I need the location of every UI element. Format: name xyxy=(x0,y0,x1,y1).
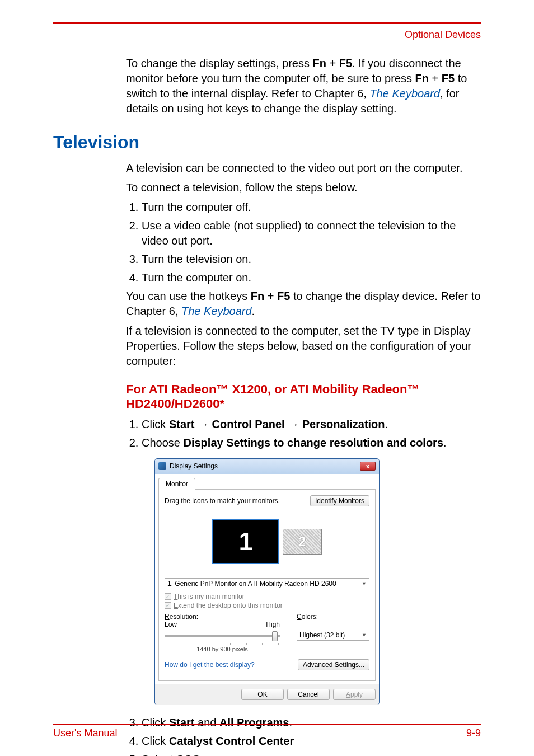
tv-para-4: If a television is connected to the comp… xyxy=(126,323,481,369)
keyboard-link-2[interactable]: The Keyboard xyxy=(181,305,252,317)
tab-monitor[interactable]: Monitor xyxy=(158,478,195,490)
tv-para-1: A television can be connected to the vid… xyxy=(126,161,481,176)
dialog-wrapper: Display Settings x Monitor Drag the icon… xyxy=(53,458,481,705)
ati-s5-c: . xyxy=(200,753,204,756)
dialog-titlebar[interactable]: Display Settings x xyxy=(155,459,379,473)
ati-s3-a: Click xyxy=(142,716,169,729)
key-f5-2: F5 xyxy=(442,72,455,84)
tv3-c: . xyxy=(252,305,255,317)
tv-steps-list: Turn the computer off. Use a video cable… xyxy=(126,200,481,285)
intro-text-1: To change the display settings, press xyxy=(126,57,313,69)
display-settings-dialog: Display Settings x Monitor Drag the icon… xyxy=(154,458,380,705)
key-fn-2: Fn xyxy=(415,72,429,84)
resolution-column: Resolution: Low High 1440 by 900 pixels xyxy=(165,613,280,652)
footer-rule xyxy=(53,724,481,725)
ati-step-1: Click Start → Control Panel → Personaliz… xyxy=(142,417,481,432)
resolution-colors-row: Resolution: Low High 1440 by 900 pixels xyxy=(165,613,369,652)
intro-paragraph: To change the display settings, press Fn… xyxy=(126,56,481,116)
ati-s4-a: Click xyxy=(142,735,169,747)
colors-combo[interactable]: Highest (32 bit) xyxy=(297,630,369,641)
ati-s1-dot: . xyxy=(385,418,388,430)
slider-thumb[interactable] xyxy=(272,631,278,641)
tab-strip: Monitor xyxy=(158,477,376,490)
page-content: To change the display settings, press Fn… xyxy=(53,56,481,756)
tv-step-1: Turn the computer off. xyxy=(142,200,481,215)
checkbox-icon-2: ✓ xyxy=(165,602,171,609)
footer-page-number: 9-9 xyxy=(466,727,481,739)
best-display-help-link[interactable]: How do I get the best display? xyxy=(165,661,255,669)
ati-s2-c: . xyxy=(443,436,447,449)
ok-button[interactable]: OK xyxy=(241,689,284,700)
ati-s4-b: Catalyst Control Center xyxy=(169,735,294,747)
drag-label: Drag the icons to match your monitors. xyxy=(165,497,280,505)
arrow-2: → xyxy=(285,418,302,430)
key-fn: Fn xyxy=(313,57,326,69)
slider-low-label: Low xyxy=(165,621,177,628)
heading-television: Television xyxy=(53,132,481,153)
keyboard-link-1[interactable]: The Keyboard xyxy=(369,87,440,100)
ati-s1-cp: Control Panel xyxy=(212,418,285,430)
ati-s3-all: All Programs xyxy=(219,716,289,729)
plus-1: + xyxy=(326,57,339,69)
ati-step-3: Click Start and All Programs. xyxy=(142,715,481,730)
resolution-label: Resolution: xyxy=(165,613,280,621)
ati-s2-b: Display Settings to change resolution an… xyxy=(184,436,444,449)
identify-monitors-button[interactable]: Identify Monitors xyxy=(310,495,369,506)
help-adv-row: How do I get the best display? Advanced … xyxy=(165,659,369,670)
monitor-2-icon[interactable]: 2 xyxy=(283,529,322,555)
tv-step-3: Turn the television on. xyxy=(142,252,481,267)
monitor-select-combo[interactable]: 1. Generic PnP Monitor on ATI Mobility R… xyxy=(165,578,369,589)
ati-step-5: Select CCC. xyxy=(142,752,481,756)
dialog-body: Monitor Drag the icons to match your mon… xyxy=(155,473,379,684)
extend-desktop-checkbox: ✓ Extend the desktop onto this monitor xyxy=(165,602,369,609)
heading-ati: For ATI Radeon™ X1200, or ATI Mobility R… xyxy=(126,382,481,411)
ati-s5-b: CCC xyxy=(176,753,200,756)
identify-text: dentify Monitors xyxy=(317,497,364,505)
close-icon[interactable]: x xyxy=(360,462,376,471)
ati-s1-pers: Personalization xyxy=(302,418,385,430)
resolution-slider[interactable] xyxy=(165,631,280,642)
checkbox-icon: ✓ xyxy=(165,593,171,600)
apply-button: Apply xyxy=(333,689,376,700)
ati-s3-start: Start xyxy=(169,716,195,729)
plus-2: + xyxy=(429,72,442,84)
drag-row: Drag the icons to match your monitors. I… xyxy=(165,495,369,506)
monitor-panel: Drag the icons to match your monitors. I… xyxy=(158,490,376,681)
key-f5: F5 xyxy=(339,57,352,69)
ati-s1-a: Click xyxy=(142,418,169,430)
colors-value: Highest (32 bit) xyxy=(299,631,345,639)
plus-3: + xyxy=(264,290,277,302)
ati-steps-2: Click Start and All Programs. Click Cata… xyxy=(126,715,481,756)
ati-step-4: Click Catalyst Control Center xyxy=(142,734,481,749)
colors-label: Colors: xyxy=(297,613,369,621)
colors-column: Colors: Highest (32 bit) xyxy=(297,613,369,652)
arrow-1: → xyxy=(194,418,212,430)
tv3-a: You can use the hotkeys xyxy=(126,290,251,302)
ati-s3-dot: . xyxy=(289,716,292,729)
header-rule xyxy=(53,22,481,24)
key-f5-3: F5 xyxy=(277,290,290,302)
dialog-title: Display Settings xyxy=(170,462,218,470)
monitor-select-value: 1. Generic PnP Monitor on ATI Mobility R… xyxy=(167,580,336,588)
main-monitor-checkbox: ✓ This is my main monitor xyxy=(165,593,369,600)
ati-s5-a: Select xyxy=(142,753,176,756)
monitor-arrangement[interactable]: 1 2 xyxy=(165,511,369,572)
ati-s1-start: Start xyxy=(169,418,195,430)
monitor-1-icon[interactable]: 1 xyxy=(212,519,279,564)
ati-steps-1: Click Start → Control Panel → Personaliz… xyxy=(126,417,481,450)
tv-para-3: You can use the hotkeys Fn + F5 to chang… xyxy=(126,289,481,319)
tv-para-2: To connect a television, follow the step… xyxy=(126,180,481,195)
advanced-settings-button[interactable]: Advanced Settings... xyxy=(298,659,369,670)
ati-step-2: Choose Display Settings to change resolu… xyxy=(142,435,481,450)
tv-step-4: Turn the computer on. xyxy=(142,270,481,285)
footer-manual-label: User's Manual xyxy=(53,727,117,739)
cancel-button[interactable]: Cancel xyxy=(287,689,330,700)
dialog-button-row: OK Cancel Apply xyxy=(155,684,379,705)
ati-s3-and: and xyxy=(194,716,219,729)
slider-high-label: High xyxy=(266,621,280,628)
ati-s2-a: Choose xyxy=(142,436,184,449)
key-fn-3: Fn xyxy=(251,290,264,302)
resolution-value: 1440 by 900 pixels xyxy=(165,646,280,652)
dialog-icon xyxy=(158,462,166,470)
header-section-title: Optional Devices xyxy=(405,29,481,41)
